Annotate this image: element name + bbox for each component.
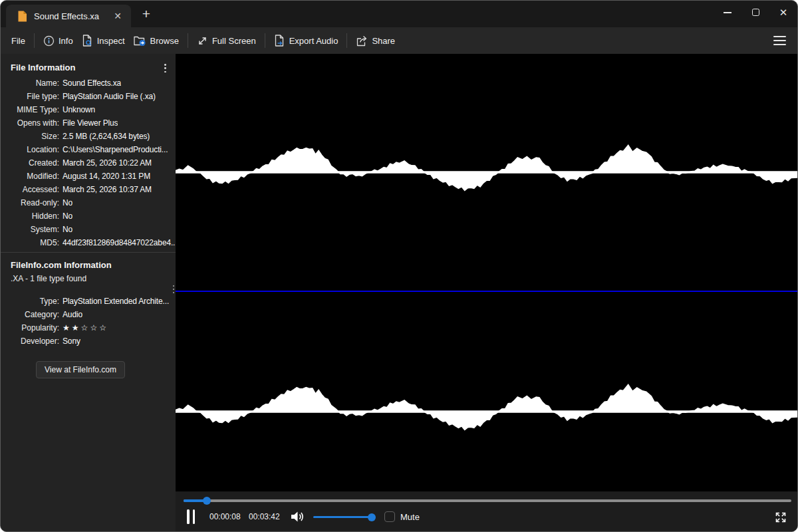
- mute-checkbox[interactable]: [384, 511, 395, 522]
- field-value: Unknown: [63, 105, 95, 114]
- kebab-menu-icon[interactable]: [160, 63, 170, 74]
- field-label: Read-only:: [1, 198, 59, 207]
- current-time: 00:00:08: [209, 512, 241, 521]
- maximize-button[interactable]: [741, 1, 769, 23]
- info-row: Created:March 25, 2026 10:22 AM: [1, 156, 176, 170]
- field-value: 44df23f812869d84847022abe4...: [63, 238, 176, 247]
- volume-icon[interactable]: [289, 509, 307, 525]
- seek-bar[interactable]: [184, 499, 791, 502]
- document-tab[interactable]: Sound Effects.xa ✕: [6, 5, 131, 27]
- inspect-button[interactable]: Inspect: [82, 35, 125, 47]
- share-icon: [356, 35, 368, 47]
- field-label: File type:: [1, 92, 59, 101]
- browse-icon: [134, 35, 146, 47]
- field-value: No: [63, 198, 72, 207]
- field-value: Sound Effects.xa: [63, 78, 121, 88]
- fullscreen-button[interactable]: [772, 509, 789, 525]
- export-audio-label: Export Audio: [289, 36, 338, 46]
- field-label: Opens with:: [1, 118, 59, 128]
- info-row: Location:C:\Users\SharpenedProducti...: [1, 143, 176, 156]
- window-controls: ✕: [714, 1, 797, 23]
- full-screen-icon: [197, 35, 208, 47]
- share-button[interactable]: Share: [356, 35, 395, 47]
- field-label: Location:: [1, 145, 59, 154]
- share-label: Share: [372, 36, 395, 46]
- content: File Information Name:Sound Effects.xaFi…: [1, 54, 797, 531]
- field-value: March 25, 2026 10:22 AM: [63, 158, 152, 168]
- field-value: PlayStation Audio File (.xa): [63, 92, 156, 101]
- titlebar: Sound Effects.xa ✕ + ✕: [1, 1, 797, 27]
- toolbar-separator: [188, 33, 188, 48]
- new-tab-button[interactable]: +: [138, 6, 155, 23]
- player-controls: 00:00:08 00:03:42 Mute: [176, 491, 797, 531]
- channel-divider-line: [176, 291, 797, 292]
- field-value: No: [63, 225, 72, 234]
- full-screen-button[interactable]: Full Screen: [197, 35, 256, 47]
- info-row: Size:2.5 MB (2,624,634 bytes): [1, 130, 176, 143]
- splitter-grip[interactable]: [173, 285, 174, 293]
- fileinfo-subtitle: .XA - 1 file type found: [11, 273, 176, 284]
- field-label: Category:: [1, 310, 59, 319]
- info-row: Hidden:No: [1, 209, 176, 223]
- menu-button[interactable]: [773, 36, 786, 45]
- field-label: Name:: [1, 78, 59, 88]
- file-menu[interactable]: File: [11, 36, 25, 46]
- tab-close-icon[interactable]: ✕: [111, 10, 124, 22]
- info-row: Developer:Sony: [1, 334, 176, 348]
- info-label: Info: [59, 36, 73, 46]
- field-value: March 25, 2026 10:37 AM: [63, 185, 152, 194]
- toolbar: File Info Inspect: [1, 27, 797, 54]
- toolbar-separator: [265, 33, 265, 48]
- info-button[interactable]: Info: [43, 35, 73, 47]
- app-window: Sound Effects.xa ✕ + ✕ File Info: [0, 0, 798, 532]
- field-value: Audio: [63, 310, 82, 319]
- volume-handle[interactable]: [368, 513, 376, 521]
- file-information-rows: Name:Sound Effects.xaFile type:PlayStati…: [1, 76, 176, 249]
- field-label: MD5:: [1, 238, 59, 247]
- pause-button[interactable]: [187, 509, 195, 524]
- audio-viewer: 00:00:08 00:03:42 Mute: [176, 54, 797, 531]
- minimize-button[interactable]: [714, 1, 741, 23]
- info-row: MD5:44df23f812869d84847022abe4...: [1, 236, 176, 249]
- field-label: System:: [1, 225, 59, 234]
- field-label: Accessed:: [1, 185, 59, 194]
- browse-button[interactable]: Browse: [134, 35, 179, 47]
- close-icon: ✕: [779, 7, 788, 17]
- field-label: Modified:: [1, 172, 59, 181]
- info-row: System:No: [1, 223, 176, 236]
- fileinfo-rows: Type:PlayStation Extended Archite...Cate…: [1, 295, 176, 348]
- info-row: Name:Sound Effects.xa: [1, 76, 176, 90]
- info-icon: [43, 35, 55, 47]
- inspect-label: Inspect: [97, 36, 125, 46]
- export-audio-icon: [274, 35, 285, 47]
- field-label: Popularity:: [1, 323, 59, 332]
- total-time: 00:03:42: [249, 512, 280, 521]
- close-button[interactable]: ✕: [769, 1, 797, 23]
- view-at-fileinfo-button[interactable]: View at FileInfo.com: [36, 361, 125, 378]
- field-label: Type:: [1, 297, 59, 306]
- field-value: PlayStation Extended Archite...: [63, 297, 169, 306]
- field-value: 2.5 MB (2,624,634 bytes): [63, 132, 150, 141]
- field-value: No: [63, 211, 72, 221]
- volume-slider[interactable]: [313, 516, 375, 518]
- file-information-header: File Information: [1, 54, 176, 74]
- field-value: Sony: [63, 336, 80, 346]
- toolbar-separator: [34, 33, 35, 48]
- file-information-title: File Information: [11, 63, 76, 73]
- field-label: Developer:: [1, 336, 59, 346]
- file-icon: [17, 11, 27, 22]
- mute-label: Mute: [400, 512, 420, 522]
- browse-label: Browse: [150, 36, 179, 46]
- waveform: [176, 54, 797, 491]
- info-row: Type:PlayStation Extended Archite...: [1, 295, 176, 308]
- maximize-icon: [752, 9, 759, 16]
- pause-icon: [187, 509, 190, 524]
- seek-handle[interactable]: [203, 497, 211, 505]
- field-value: C:\Users\SharpenedProducti...: [63, 145, 168, 154]
- export-audio-button[interactable]: Export Audio: [274, 35, 338, 47]
- pause-icon: [193, 509, 196, 524]
- field-value: File Viewer Plus: [63, 118, 118, 128]
- field-label: Size:: [1, 132, 59, 141]
- info-row: Accessed:March 25, 2026 10:37 AM: [1, 183, 176, 196]
- minimize-icon: [724, 12, 732, 13]
